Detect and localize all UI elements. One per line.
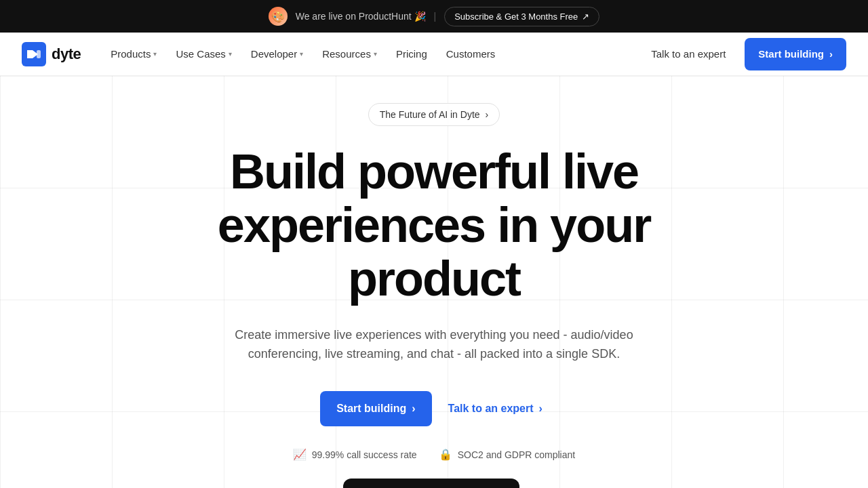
subscribe-button[interactable]: Subscribe & Get 3 Months Free ↗	[444, 7, 599, 26]
nav-links: Products ▾ Use Cases ▾ Developer ▾ Resou…	[102, 43, 643, 65]
talk-expert-nav-label: Talk to an expert	[651, 48, 726, 60]
nav-use-cases[interactable]: Use Cases ▾	[167, 43, 239, 65]
ai-badge[interactable]: The Future of AI in Dyte ›	[368, 103, 500, 126]
talk-expert-hero-arrow-icon: ›	[539, 403, 542, 415]
hero-content: The Future of AI in Dyte › Build powerfu…	[129, 103, 739, 461]
ai-badge-label: The Future of AI in Dyte	[380, 109, 480, 120]
nav-pricing[interactable]: Pricing	[388, 43, 435, 65]
start-building-hero-button[interactable]: Start building ›	[320, 391, 431, 426]
hero-preview	[14, 472, 854, 488]
hero-stats: 📈 99.99% call success rate 🔒 SOC2 and GD…	[129, 448, 739, 461]
stat-compliance: 🔒 SOC2 and GDPR compliant	[439, 448, 576, 461]
svg-rect-1	[37, 50, 41, 58]
banner-divider: |	[434, 11, 437, 22]
hero-title-line2: experiences in your product	[218, 198, 650, 306]
stat-success-rate: 📈 99.99% call success rate	[293, 448, 417, 461]
developer-label: Developer	[251, 48, 297, 60]
start-building-nav-arrow-icon: ›	[829, 48, 833, 60]
products-label: Products	[111, 48, 151, 60]
start-building-hero-label: Start building	[336, 403, 406, 415]
logo-icon	[22, 42, 46, 66]
preview-card	[343, 479, 519, 488]
start-building-hero-arrow-icon: ›	[412, 403, 415, 415]
use-cases-chevron-icon: ▾	[229, 50, 232, 58]
hero-title-line1: Build powerful live	[230, 144, 638, 199]
subscribe-label: Subscribe & Get 3 Months Free	[454, 12, 578, 22]
nav-resources[interactable]: Resources ▾	[314, 43, 385, 65]
start-building-nav-button[interactable]: Start building ›	[745, 38, 846, 70]
pricing-label: Pricing	[396, 48, 427, 60]
producthunt-avatar: 🎨	[269, 7, 288, 26]
talk-expert-hero-button[interactable]: Talk to an expert ›	[443, 391, 548, 426]
use-cases-label: Use Cases	[176, 48, 225, 60]
nav-developer[interactable]: Developer ▾	[243, 43, 311, 65]
banner-live-text: We are live on ProductHunt 🎉	[296, 11, 426, 22]
nav-right: Talk to an expert Start building ›	[643, 38, 846, 70]
hero-buttons: Start building › Talk to an expert ›	[129, 391, 739, 426]
nav-customers[interactable]: Customers	[438, 43, 504, 65]
compliance-label: SOC2 and GDPR compliant	[458, 449, 576, 460]
hero-section: The Future of AI in Dyte › Build powerfu…	[0, 76, 868, 488]
resources-label: Resources	[322, 48, 371, 60]
nav-products[interactable]: Products ▾	[102, 43, 165, 65]
logo-text: dyte	[52, 45, 81, 63]
compliance-icon: 🔒	[439, 448, 452, 461]
resources-chevron-icon: ▾	[374, 50, 377, 58]
logo-link[interactable]: dyte	[22, 42, 81, 66]
hero-title: Build powerful live experiences in your …	[129, 145, 739, 306]
ai-badge-arrow-icon: ›	[486, 109, 489, 120]
navbar: dyte Products ▾ Use Cases ▾ Developer ▾ …	[0, 33, 868, 76]
products-chevron-icon: ▾	[153, 50, 157, 58]
success-rate-label: 99.99% call success rate	[312, 449, 417, 460]
subscribe-arrow-icon: ↗	[582, 12, 589, 22]
top-banner: 🎨 We are live on ProductHunt 🎉 | Subscri…	[0, 0, 868, 33]
talk-expert-nav-button[interactable]: Talk to an expert	[643, 43, 734, 65]
start-building-nav-label: Start building	[758, 48, 824, 60]
hero-subtitle: Create immersive live experiences with e…	[203, 325, 665, 365]
developer-chevron-icon: ▾	[300, 50, 303, 58]
customers-label: Customers	[446, 48, 496, 60]
success-rate-icon: 📈	[293, 448, 307, 461]
talk-expert-hero-label: Talk to an expert	[448, 403, 534, 415]
